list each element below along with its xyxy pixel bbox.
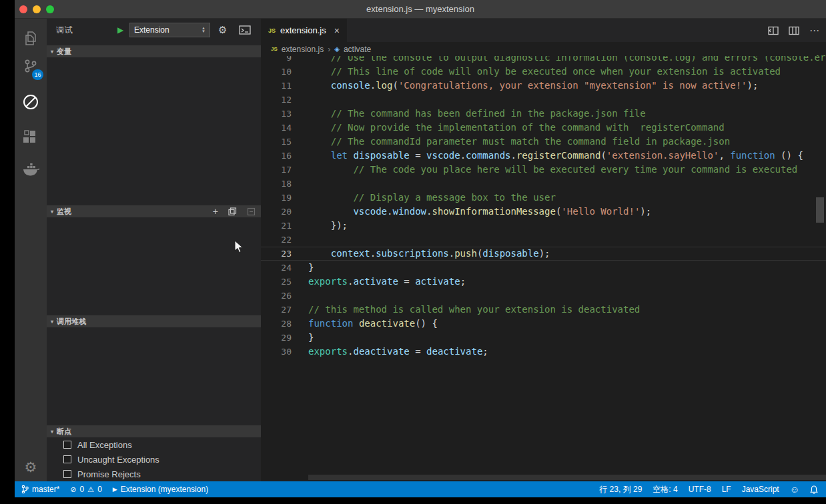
line-text: } [308,261,314,275]
line-number[interactable]: 17 [261,163,292,177]
line-number[interactable]: 16 [261,149,292,163]
explorer-icon[interactable] [15,27,47,50]
code-line-22[interactable]: 22 [261,233,826,247]
git-branch-item[interactable]: master* [21,485,59,494]
code-line-20[interactable]: 20 vscode.window.showInformationMessage(… [261,205,826,219]
window-title: extension.js — myextension [366,4,474,14]
breakpoint-item[interactable]: All Exceptions [47,437,261,452]
language-mode-item[interactable]: JavaScript [742,485,779,494]
debug-icon[interactable] [15,91,47,113]
code-line-17[interactable]: 17 // The code you place here will be ex… [261,163,826,177]
code-line-21[interactable]: 21 }); [261,219,826,233]
code-line-12[interactable]: 12 [261,93,826,107]
code-line-28[interactable]: 28function deactivate() { [261,317,826,331]
eol-item[interactable]: LF [722,485,731,494]
line-number[interactable]: 13 [261,107,292,121]
toggle-layout-icon[interactable] [789,26,799,35]
code-line-15[interactable]: 15 // The commandId parameter must match… [261,135,826,149]
section-header-breakpoints[interactable]: ▾ 断点 [47,425,261,437]
errors-icon: ⊘ [70,485,76,494]
debug-start-button[interactable]: ▶ [117,25,123,35]
cursor-position-item[interactable]: 行 23, 列 29 [599,484,642,495]
line-number[interactable]: 26 [261,289,292,303]
section-header-call-stack[interactable]: ▾ 调用堆栈 [47,315,261,327]
line-number[interactable]: 28 [261,317,292,331]
docker-icon[interactable] [15,159,47,181]
line-number[interactable]: 23 [261,247,292,261]
code-line-10[interactable]: 10 // This line of code will only be exe… [261,65,826,79]
maximize-window-button[interactable] [46,5,54,13]
line-number[interactable]: 14 [261,121,292,135]
tab-close-icon[interactable]: × [334,25,340,36]
breadcrumb: JS extension.js › ◈ activate [261,42,817,56]
line-number[interactable]: 30 [261,345,292,359]
code-line-11[interactable]: 11 console.log('Congratulations, your ex… [261,79,826,93]
add-watch-expression-icon[interactable]: + [213,206,218,217]
section-header-variables[interactable]: ▾ 变量 [47,45,261,57]
twistie-icon: ▾ [51,319,53,325]
line-text: exports.activate = activate; [308,275,466,289]
tab-label: extension.js [280,25,326,35]
more-actions-icon[interactable]: ⋯ [809,25,819,37]
collapse-all-icon[interactable] [247,207,256,216]
vertical-scrollbar[interactable] [816,197,824,223]
line-text: // Display a message box to the user [308,191,556,205]
line-number[interactable]: 25 [261,275,292,289]
breakpoint-checkbox[interactable] [63,441,71,449]
line-number[interactable]: 29 [261,331,292,345]
breakpoint-checkbox[interactable] [63,470,71,478]
line-number[interactable]: 20 [261,205,292,219]
debug-console-icon[interactable] [239,25,251,35]
title-bar[interactable]: extension.js — myextension [15,0,826,19]
extensions-icon[interactable] [15,125,47,148]
line-number[interactable]: 10 [261,65,292,79]
code-line-27[interactable]: 27// this method is called when your ext… [261,303,826,317]
breadcrumb-separator-icon: › [328,45,330,54]
tab-extension-js[interactable]: JS extension.js × [261,19,347,42]
line-number[interactable]: 22 [261,233,292,247]
code-line-14[interactable]: 14 // Now provide the implementation of … [261,121,826,135]
code-line-16[interactable]: 16 let disposable = vscode.commands.regi… [261,149,826,163]
problems-item[interactable]: ⊘ 0 ⚠ 0 [70,485,101,494]
feedback-smiley-icon[interactable]: ☺ [790,484,799,495]
breadcrumb-file[interactable]: extension.js [282,45,324,54]
line-text: console.log('Congratulations, your exten… [308,79,758,93]
configure-gear-icon[interactable]: ⚙ [218,23,227,37]
indentation-item[interactable]: 空格: 4 [653,484,677,495]
code-line-30[interactable]: 30exports.deactivate = deactivate; [261,345,826,359]
debug-launch-item[interactable]: ▶ Extension (myextension) [113,485,208,494]
line-text: } [308,331,314,345]
horizontal-scrollbar[interactable] [308,475,826,480]
code-line-26[interactable]: 26 [261,289,826,303]
code-line-13[interactable]: 13 // The command has been defined in th… [261,107,826,121]
code-line-23[interactable]: 23 context.subscriptions.push(disposable… [261,247,826,261]
line-text: exports.deactivate = deactivate; [308,345,488,359]
code-viewport[interactable]: 9 // Use the console to output diagnosti… [261,42,826,481]
line-number[interactable]: 18 [261,177,292,191]
line-number[interactable]: 15 [261,135,292,149]
launch-config-dropdown[interactable]: Extension ▲▼ [129,23,210,37]
code-line-25[interactable]: 25exports.activate = activate; [261,275,826,289]
breakpoint-item[interactable]: Uncaught Exceptions [47,452,261,467]
encoding-item[interactable]: UTF-8 [689,485,711,494]
line-number[interactable]: 24 [261,261,292,275]
duplicate-icon[interactable] [228,207,237,216]
split-editor-icon[interactable] [768,26,779,35]
line-number[interactable]: 19 [261,191,292,205]
code-line-24[interactable]: 24} [261,261,826,275]
line-number[interactable]: 27 [261,303,292,317]
settings-gear-icon[interactable]: ⚙ [15,456,47,479]
notifications-bell-icon[interactable] [810,485,818,494]
code-line-29[interactable]: 29} [261,331,826,345]
breakpoint-item[interactable]: Promise Rejects [47,467,261,481]
line-number[interactable]: 21 [261,219,292,233]
code-line-19[interactable]: 19 // Display a message box to the user [261,191,826,205]
breadcrumb-symbol[interactable]: activate [344,45,371,54]
section-header-watch[interactable]: ▾ 监视 + [47,205,261,217]
line-number[interactable]: 11 [261,79,292,93]
code-line-18[interactable]: 18 [261,177,826,191]
line-number[interactable]: 12 [261,93,292,107]
breakpoint-checkbox[interactable] [63,455,71,463]
minimize-window-button[interactable] [33,5,41,13]
close-window-button[interactable] [19,5,27,13]
